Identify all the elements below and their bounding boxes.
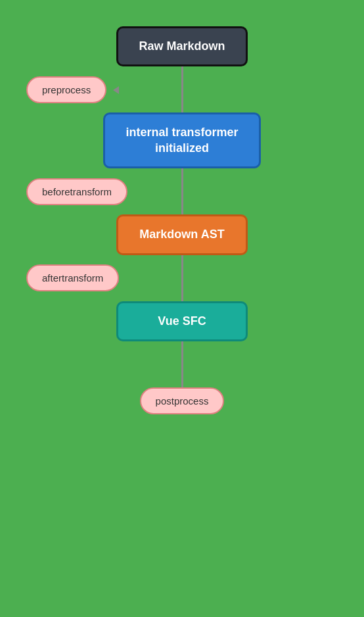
aftertransform-pill: aftertransform: [26, 264, 119, 291]
postprocess-connector-area: [13, 341, 351, 387]
beforetransform-pill: beforetransform: [26, 178, 127, 205]
v-connector-1: [181, 66, 183, 112]
beforetransform-connector-area: beforetransform: [13, 168, 351, 214]
diagram: Raw Markdown preprocess internal transfo…: [13, 26, 351, 414]
raw-markdown-box: Raw Markdown: [116, 26, 248, 66]
postprocess-pill: postprocess: [140, 387, 225, 414]
v-connector-3: [181, 255, 183, 301]
postprocess-row: postprocess: [13, 387, 351, 414]
internal-transformer-row: internal transformer initialized: [13, 112, 351, 168]
aftertransform-connector-area: aftertransform: [13, 255, 351, 301]
v-connector-2: [181, 168, 183, 214]
preprocess-connector-area: preprocess: [13, 66, 351, 112]
markdown-ast-box: Markdown AST: [116, 214, 248, 255]
raw-markdown-row: Raw Markdown: [13, 26, 351, 66]
v-connector-4: [181, 341, 183, 387]
internal-transformer-box: internal transformer initialized: [103, 112, 261, 168]
vue-sfc-box: Vue SFC: [116, 301, 248, 341]
preprocess-pill: preprocess: [26, 76, 106, 103]
vue-sfc-row: Vue SFC: [13, 301, 351, 341]
markdown-ast-row: Markdown AST: [13, 214, 351, 255]
